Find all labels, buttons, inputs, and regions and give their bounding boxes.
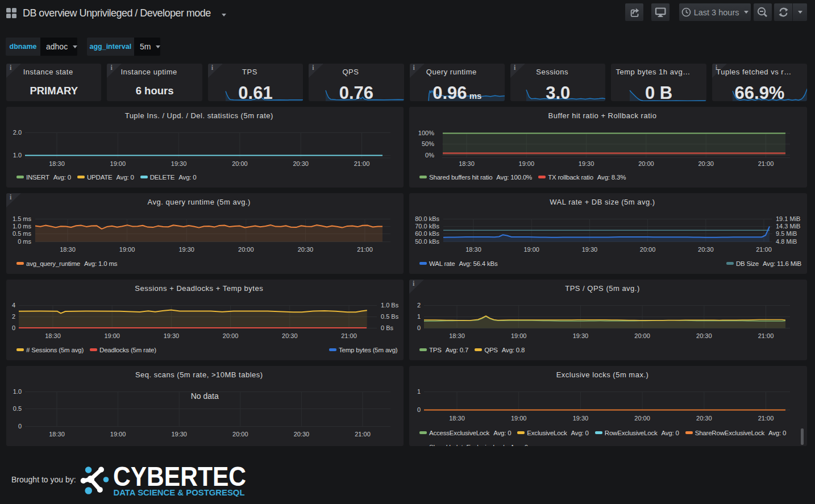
svg-text:100%: 100% [418, 130, 434, 136]
svg-text:0.5: 0.5 [13, 405, 22, 412]
svg-text:1: 1 [417, 388, 421, 395]
svg-text:CYBERTEC: CYBERTEC [113, 463, 246, 491]
svg-text:19:00: 19:00 [519, 160, 535, 166]
svg-text:70.0 kBs: 70.0 kBs [415, 223, 439, 230]
svg-text:0.5 Bs: 0.5 Bs [381, 313, 399, 320]
svg-text:20:30: 20:30 [294, 430, 310, 437]
svg-text:20:30: 20:30 [696, 332, 712, 339]
svg-text:18:30: 18:30 [49, 430, 65, 437]
svg-text:19:00: 19:00 [119, 245, 135, 252]
svg-text:18:30: 18:30 [449, 414, 465, 421]
svg-text:20:30: 20:30 [282, 332, 298, 339]
svg-text:18:30: 18:30 [465, 245, 481, 252]
svg-text:20:30: 20:30 [696, 414, 712, 421]
svg-text:50.0 kBs: 50.0 kBs [415, 238, 439, 245]
svg-text:20:00: 20:00 [238, 245, 254, 252]
svg-text:14.3 MiB: 14.3 MiB [776, 223, 800, 230]
svg-text:4: 4 [12, 302, 15, 309]
svg-text:0 Bs: 0 Bs [381, 324, 394, 331]
svg-text:21:00: 21:00 [357, 245, 373, 252]
svg-text:20:30: 20:30 [698, 245, 714, 252]
svg-text:19:30: 19:30 [573, 414, 589, 421]
svg-text:2: 2 [417, 302, 421, 309]
svg-text:19.1 MiB: 19.1 MiB [776, 215, 800, 222]
svg-text:20:00: 20:00 [223, 332, 239, 339]
svg-text:20:00: 20:00 [232, 430, 248, 437]
svg-text:19:00: 19:00 [511, 332, 527, 339]
svg-text:19:30: 19:30 [579, 160, 594, 166]
svg-text:18:30: 18:30 [60, 245, 76, 252]
svg-text:19:00: 19:00 [511, 414, 527, 421]
svg-text:20:00: 20:00 [232, 160, 248, 166]
svg-text:1.0: 1.0 [13, 388, 22, 395]
svg-text:0: 0 [12, 324, 15, 331]
svg-text:20:30: 20:30 [293, 160, 309, 166]
svg-text:19:00: 19:00 [523, 245, 539, 252]
svg-text:20:00: 20:00 [634, 332, 650, 339]
svg-text:18:30: 18:30 [49, 160, 65, 166]
svg-text:2: 2 [12, 313, 15, 320]
svg-text:1.0 ms: 1.0 ms [13, 223, 32, 230]
svg-text:19:30: 19:30 [573, 332, 589, 339]
svg-text:19:30: 19:30 [171, 160, 187, 166]
svg-text:20:30: 20:30 [698, 160, 714, 166]
svg-text:21:00: 21:00 [758, 332, 774, 339]
svg-text:21:00: 21:00 [355, 430, 371, 437]
svg-text:19:30: 19:30 [178, 245, 194, 252]
svg-text:60.0 kBs: 60.0 kBs [415, 230, 439, 237]
svg-text:19:30: 19:30 [171, 430, 187, 437]
svg-text:20:00: 20:00 [634, 414, 650, 421]
svg-text:19:30: 19:30 [582, 245, 598, 252]
svg-text:18:30: 18:30 [45, 332, 61, 339]
svg-text:20:30: 20:30 [298, 245, 314, 252]
svg-text:4.8 MiB: 4.8 MiB [776, 238, 797, 245]
svg-text:21:00: 21:00 [758, 414, 774, 421]
svg-text:9.5 MiB: 9.5 MiB [776, 230, 797, 237]
svg-text:21:00: 21:00 [756, 245, 772, 252]
svg-text:19:00: 19:00 [110, 160, 126, 166]
svg-text:19:00: 19:00 [110, 430, 126, 437]
svg-text:0%: 0% [425, 151, 434, 158]
svg-text:No data: No data [191, 391, 219, 400]
svg-text:0.5 ms: 0.5 ms [13, 230, 32, 237]
svg-text:DATA SCIENCE & POSTGRESQL: DATA SCIENCE & POSTGRESQL [114, 488, 245, 497]
svg-text:21:00: 21:00 [354, 160, 370, 166]
svg-text:20:00: 20:00 [640, 245, 656, 252]
svg-text:1.0 Bs: 1.0 Bs [381, 302, 399, 309]
svg-text:0: 0 [417, 406, 421, 413]
svg-text:0: 0 [18, 423, 22, 430]
svg-text:18:30: 18:30 [459, 160, 475, 166]
svg-text:18:30: 18:30 [449, 332, 465, 339]
svg-text:1: 1 [417, 313, 421, 320]
svg-text:20:00: 20:00 [638, 160, 654, 166]
svg-text:0 ms: 0 ms [18, 238, 31, 245]
svg-text:80.0 kBs: 80.0 kBs [415, 215, 439, 222]
svg-text:21:00: 21:00 [758, 160, 774, 166]
svg-text:1.0: 1.0 [13, 152, 22, 159]
svg-text:1.5 ms: 1.5 ms [13, 215, 32, 222]
svg-text:50%: 50% [422, 140, 434, 147]
svg-text:2.0: 2.0 [13, 129, 22, 136]
svg-text:19:00: 19:00 [104, 332, 120, 339]
svg-text:0: 0 [417, 324, 421, 331]
svg-text:19:30: 19:30 [164, 332, 180, 339]
svg-text:21:00: 21:00 [341, 332, 357, 339]
